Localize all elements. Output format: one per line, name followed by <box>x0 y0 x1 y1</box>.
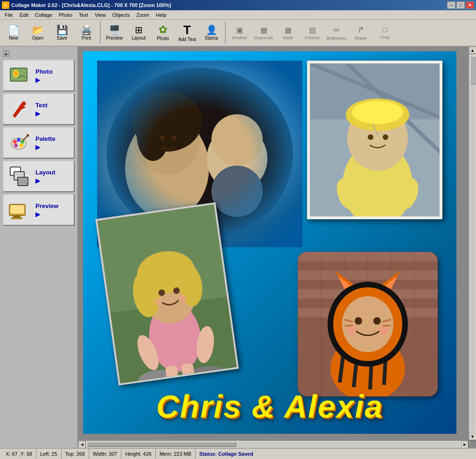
colorize-icon: ▧ <box>309 26 316 35</box>
svg-point-86 <box>355 317 362 325</box>
sidebar-photo-button[interactable]: Photo ▶ <box>3 60 75 91</box>
svg-point-3 <box>14 71 18 76</box>
sidebar-layout-arrow: ▶ <box>35 177 41 184</box>
svg-rect-17 <box>10 205 24 214</box>
svg-point-4 <box>22 102 26 105</box>
titlebar-left: C Collage Maker 2.02 - [Chris&Alexia.CLG… <box>2 1 171 9</box>
horizontal-scrollbar[interactable]: ◄ ► <box>78 440 469 448</box>
svg-point-85 <box>342 296 393 352</box>
sidebar-layout-label: Layout <box>35 169 56 176</box>
horizontal-scroll-thumb[interactable] <box>87 442 236 447</box>
sidebar-preview-label: Preview <box>35 202 58 209</box>
vertical-scrollbar[interactable]: ▲ ▼ <box>469 47 476 440</box>
sidebar-palette-label: Palette <box>35 135 56 142</box>
menu-objects[interactable]: Objects <box>110 11 133 19</box>
toolbar: 📄 New 📂 Open 💾 Save 🖨️ Print 🖥️ Preview … <box>0 20 476 47</box>
minimize-button[interactable]: ─ <box>447 1 455 9</box>
menu-edit[interactable]: Edit <box>17 11 31 19</box>
colorize-button[interactable]: ▧ Colorize <box>301 21 324 45</box>
status-height: Height: 426 <box>121 449 155 459</box>
layout-label: Layout <box>132 35 146 41</box>
new-icon: 📄 <box>8 25 20 35</box>
rotate-label: Rotate <box>355 36 367 41</box>
new-label: New <box>9 35 18 41</box>
status-bar: X: 67 ,Y: 58 Left: 25 Top: 268 Width: 30… <box>0 448 476 459</box>
open-button[interactable]: 📂 Open <box>26 21 49 45</box>
crop-icon: □ <box>383 26 387 34</box>
canvas-area[interactable]: Chris & Alexia ◄ ► ▲ ▼ <box>78 47 476 448</box>
window-title: Collage Maker 2.02 - [Chris&Alexia.CLG] … <box>11 2 171 8</box>
preview-label: Preview <box>106 35 123 41</box>
svg-rect-19 <box>11 217 22 219</box>
sidebar-photo-icon <box>7 63 32 88</box>
sidebar-palette-icon <box>7 131 32 155</box>
menu-text[interactable]: Text <box>76 11 91 19</box>
rotate-button[interactable]: ↱ Rotate <box>349 21 372 45</box>
sidebar-layout-button[interactable]: Layout ▶ <box>3 160 75 192</box>
sidebar-palette-arrow: ▶ <box>35 143 41 151</box>
sidebar-preview-arrow: ▶ <box>35 210 41 218</box>
scroll-down-button[interactable]: ▼ <box>469 433 476 440</box>
sidebar: ▲ Photo ▶ <box>0 47 78 448</box>
svg-point-9 <box>20 144 23 147</box>
new-button[interactable]: 📄 New <box>2 21 25 45</box>
shadow-icon: ▣ <box>236 26 243 35</box>
sidebar-layout-labels: Layout ▶ <box>35 169 56 184</box>
open-label: Open <box>32 35 43 41</box>
photo-button[interactable]: ✿ Photo <box>151 21 175 45</box>
scroll-up-button[interactable]: ▲ <box>469 47 476 54</box>
print-button[interactable]: 🖨️ Print <box>75 21 98 45</box>
photo-top-right <box>307 61 442 219</box>
sidebar-palette-button[interactable]: Palette ▶ <box>3 127 75 159</box>
svg-rect-51 <box>165 365 179 381</box>
sidebar-palette-labels: Palette ▶ <box>35 135 56 151</box>
menu-file[interactable]: File <box>2 11 16 19</box>
svg-line-11 <box>22 135 28 141</box>
menu-collage[interactable]: Collage <box>32 11 55 19</box>
horizontal-scroll-track[interactable] <box>87 442 460 447</box>
colorize-label: Colorize <box>304 35 320 40</box>
sidebar-preview-labels: Preview ▶ <box>35 202 58 218</box>
status-width: Width: 307 <box>89 449 122 459</box>
menu-view[interactable]: View <box>92 11 109 19</box>
sidebar-text-labels: Text ▶ <box>35 102 48 117</box>
shadow-label: Shadow <box>232 35 247 40</box>
sidebar-text-button[interactable]: Text ▶ <box>3 93 75 125</box>
save-button[interactable]: 💾 Save <box>50 21 74 45</box>
photo-bottomleft-svg <box>98 204 239 385</box>
grayscale-button[interactable]: ▩ Grayscale <box>252 21 275 45</box>
main-area: ▲ Photo ▶ <box>0 47 476 448</box>
mask-icon: ▦ <box>285 26 292 35</box>
print-icon: 🖨️ <box>81 25 92 35</box>
vertical-scroll-thumb[interactable] <box>470 56 476 84</box>
status-left: Left: 25 <box>36 449 62 459</box>
svg-rect-15 <box>18 177 28 186</box>
shadow-button[interactable]: ▣ Shadow <box>228 21 251 45</box>
scroll-left-button[interactable]: ◄ <box>78 441 86 448</box>
preview-button[interactable]: 🖥️ Preview <box>103 21 126 45</box>
svg-point-6 <box>13 140 17 144</box>
menu-photo[interactable]: Photo <box>56 11 75 19</box>
app-icon: C <box>2 1 9 9</box>
svg-point-88 <box>347 326 356 335</box>
close-button[interactable]: ✕ <box>466 1 474 9</box>
menu-help[interactable]: Help <box>153 11 169 19</box>
vertical-scroll-track[interactable] <box>470 56 475 431</box>
mask-button[interactable]: ▦ Mask <box>276 21 300 45</box>
brightness-button[interactable]: ═ Brightness <box>325 21 348 45</box>
crop-button[interactable]: □ Crop <box>373 21 397 45</box>
sidebar-preview-button[interactable]: Preview ▶ <box>3 194 75 226</box>
maximize-button[interactable]: □ <box>456 1 465 9</box>
svg-point-39 <box>368 134 373 140</box>
stamp-button[interactable]: 👤 Stamp <box>200 21 223 45</box>
add-text-button[interactable]: T Add Text <box>175 21 199 45</box>
layout-button[interactable]: ⊞ Layout <box>127 21 150 45</box>
titlebar-buttons: ─ □ ✕ <box>447 1 474 9</box>
toolbar-separator-1 <box>100 21 101 44</box>
menu-zoom[interactable]: Zoom <box>133 11 152 19</box>
status-message: Status: Collage Saved <box>196 449 257 459</box>
scroll-right-button[interactable]: ► <box>461 441 469 448</box>
photo-bottom-left <box>95 202 239 386</box>
svg-point-7 <box>17 138 21 142</box>
photo-bottomright-content <box>298 252 438 396</box>
